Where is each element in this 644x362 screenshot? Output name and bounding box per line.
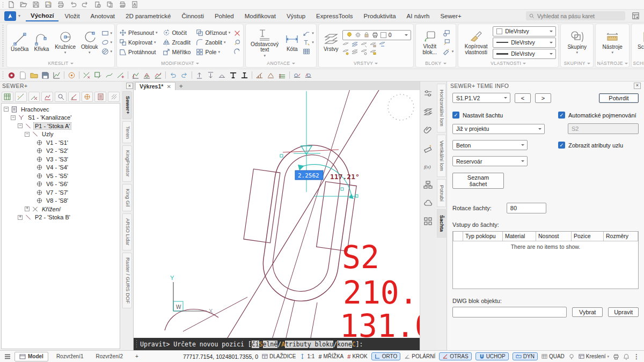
color-select[interactable]: DleVrstvy	[493, 26, 556, 36]
annotation-scale[interactable]: 1:1	[299, 353, 314, 359]
profile-gen-icon[interactable]	[68, 92, 80, 102]
drawing-tab[interactable]: Výkres1*✕	[135, 82, 175, 90]
redo-icon[interactable]	[82, 1, 89, 8]
delete-axis-icon[interactable]	[28, 92, 40, 102]
layer-select[interactable]: 0	[342, 30, 411, 40]
blocks-icon[interactable]	[423, 217, 433, 226]
tab-vystup[interactable]: Výstup	[282, 11, 310, 21]
profile-chart-icon[interactable]	[53, 71, 61, 79]
security-doc-icon[interactable]	[131, 1, 138, 8]
pipe-profile1-icon[interactable]	[255, 71, 264, 79]
group-label-bloky[interactable]: BLOKY	[418, 60, 454, 67]
section-gen-icon[interactable]	[41, 92, 53, 102]
layer-lock-icon[interactable]	[370, 41, 376, 48]
group-label-kreslit[interactable]: KRESLIT	[9, 60, 112, 67]
tab-cinnosti[interactable]: Činnosti	[177, 11, 209, 21]
level-top-icon[interactable]	[229, 71, 237, 79]
shaft-list-button[interactable]: Seznam šachet	[452, 173, 504, 189]
panel-tab-kinggil[interactable]: King Gil	[122, 184, 132, 211]
tools-tool[interactable]: Nástroje ▾	[598, 30, 627, 55]
locate-icon[interactable]	[82, 92, 93, 102]
group-label-schranka[interactable]: SCHRÁNKA	[634, 60, 644, 67]
edit-block-button[interactable]: Upravit	[608, 307, 639, 317]
tree-item-nodes[interactable]: Uzly	[2, 130, 120, 139]
north-circle[interactable]	[388, 94, 414, 120]
tab-potrubi[interactable]: Potrubí	[437, 179, 446, 208]
more-options-icon[interactable]: ⋮	[633, 353, 640, 360]
workspace-select[interactable]: Kreslení ▾	[579, 353, 609, 359]
next-node-button[interactable]: >	[535, 93, 551, 103]
arc-tool[interactable]: Oblouk ▾	[79, 30, 100, 55]
draw-axis-icon[interactable]	[15, 92, 27, 102]
app-logo[interactable]	[4, 11, 16, 21]
tab-produktivita[interactable]: Produktivita	[359, 11, 401, 21]
trim-tool[interactable]: Oříznout▾	[196, 29, 230, 36]
leader-tool[interactable]: ▾	[303, 29, 314, 37]
ribbon-search[interactable]	[526, 11, 625, 20]
chevron-down-icon[interactable]: ▾	[64, 50, 67, 55]
grip-point[interactable]	[280, 154, 283, 157]
tree-item-node[interactable]: V8 - 'S8'	[2, 197, 120, 205]
attachment-icon[interactable]	[423, 125, 433, 135]
layer-settings-icon[interactable]	[361, 49, 367, 55]
layout1-tab[interactable]: Rozvržení1	[52, 352, 88, 360]
close-panel-icon[interactable]: ×	[126, 83, 133, 89]
ribbon-drag-handle[interactable]	[2, 24, 4, 67]
auto-name-field[interactable]	[568, 123, 639, 134]
hatch-tool[interactable]: ▾	[101, 48, 113, 55]
checkbox-show-attributes[interactable]	[558, 142, 565, 149]
collapse-icon[interactable]	[18, 123, 23, 128]
col-load[interactable]: Nosnost	[536, 232, 572, 241]
table-tool[interactable]	[303, 48, 314, 55]
construction-line[interactable]	[268, 90, 350, 338]
material-select[interactable]: Beton	[452, 140, 528, 150]
group-label-vlastnosti[interactable]: VLASTNOSTI	[460, 60, 556, 67]
model-tab[interactable]: Model	[14, 352, 48, 361]
target-icon[interactable]	[68, 71, 76, 79]
shaft-inputs-table[interactable]: Typ poklopu Material Nosnost Pozice Rozm…	[452, 231, 639, 289]
layer-on-icon[interactable]	[342, 49, 349, 55]
print-icon[interactable]	[57, 1, 64, 8]
command-drag-handle[interactable]	[136, 339, 137, 349]
clipboard-tool[interactable]: Schránka ▾	[634, 30, 644, 55]
formula-icon[interactable]: f(x)	[423, 162, 433, 171]
tree-item-node[interactable]: V7 - 'S7'	[2, 188, 120, 197]
undo-icon[interactable]	[69, 1, 77, 8]
layer-match-icon[interactable]	[379, 41, 385, 48]
edit-pipe-icon[interactable]	[105, 71, 113, 79]
node-selector[interactable]: S1.P1.V2	[452, 93, 510, 103]
save-as-icon[interactable]	[45, 1, 52, 8]
mtext-tool[interactable]: Odstavcový text ▾	[248, 27, 281, 58]
settings-grid-icon[interactable]	[108, 92, 120, 102]
save-project-icon[interactable]	[41, 71, 49, 79]
tab-vychozi[interactable]: Výchozí	[26, 11, 58, 21]
panel-tab-raster-gurs[interactable]: Raster / GURS DOF	[122, 253, 132, 308]
group-label-modifikovat[interactable]: MODIFIKOVAT	[119, 60, 241, 67]
new-doc-icon[interactable]	[19, 71, 27, 79]
save-icon[interactable]	[32, 1, 40, 8]
groups-tool[interactable]: Skupiny ▾	[563, 30, 591, 55]
level-bottom-icon[interactable]	[240, 71, 248, 79]
ellipse-tool[interactable]: ▾	[101, 39, 113, 46]
pipe-line[interactable]	[286, 300, 295, 338]
layer-off-icon[interactable]	[342, 41, 349, 48]
tree-item-system[interactable]: S1 - 'Kanalizace'	[2, 114, 120, 122]
checkbox-auto-name[interactable]	[558, 112, 565, 119]
chevron-down-icon[interactable]: ▾	[576, 50, 578, 55]
collapse-icon[interactable]	[25, 132, 30, 137]
rectangle-tool[interactable]: ▾	[101, 29, 113, 37]
prev-node-button[interactable]: <	[515, 93, 531, 103]
structure-icon[interactable]	[423, 180, 433, 189]
col-dimensions[interactable]: Rozměry	[604, 232, 638, 241]
export-report-icon[interactable]	[94, 92, 106, 102]
sweep-tool[interactable]	[233, 39, 241, 46]
new-layout-tab[interactable]: +	[131, 352, 143, 360]
tab-sewer-plus[interactable]: Sewer+	[435, 11, 466, 21]
sewer-record-icon[interactable]	[8, 71, 16, 79]
expand-icon[interactable]	[18, 215, 23, 220]
pipe-profile3-icon[interactable]	[278, 71, 286, 79]
print-status-icon[interactable]	[613, 353, 619, 360]
tree-item-node[interactable]: V2 - 'S2'	[2, 147, 120, 156]
dimension-tool[interactable]: Kóta	[282, 32, 302, 53]
line-segment[interactable]	[183, 297, 247, 331]
